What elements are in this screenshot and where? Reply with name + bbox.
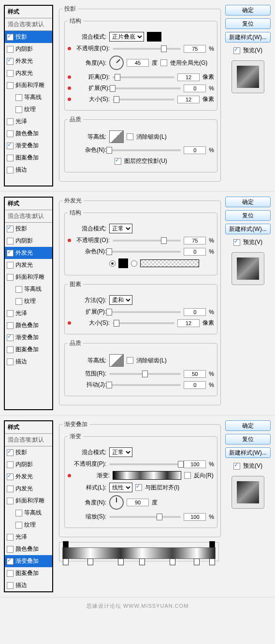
gradient-swatch[interactable] [140, 259, 199, 267]
checkbox-icon[interactable] [7, 461, 14, 468]
spread-input[interactable] [184, 85, 206, 92]
size-slider[interactable] [113, 99, 174, 100]
distance-slider[interactable] [113, 76, 174, 78]
gradient-radio[interactable] [131, 260, 137, 267]
checkbox-icon[interactable] [7, 358, 14, 365]
style-item-gradient-overlay[interactable]: 渐变叠加 [5, 555, 52, 567]
opacity-input[interactable] [184, 460, 206, 468]
style-item-satin[interactable]: 光泽 [5, 115, 52, 128]
style-item-color-overlay[interactable]: 颜色叠加 [5, 128, 52, 140]
blend-mode-select[interactable]: 正片叠底 [109, 32, 144, 42]
opacity-slider[interactable] [113, 48, 181, 50]
checkbox-icon[interactable] [15, 522, 22, 529]
ok-button[interactable]: 确定 [225, 420, 271, 431]
method-select[interactable]: 柔和 [109, 295, 132, 305]
style-item-gradient-overlay[interactable]: 渐变叠加 [5, 140, 52, 152]
noise-slider[interactable] [109, 251, 181, 253]
noise-slider[interactable] [109, 149, 181, 151]
preview-checkbox[interactable] [233, 239, 240, 246]
style-item-color-overlay[interactable]: 颜色叠加 [5, 543, 52, 555]
blend-mode-select[interactable]: 正常 [109, 224, 132, 233]
style-item-contour[interactable]: 等高线 [5, 91, 52, 103]
checkbox-icon[interactable] [7, 473, 14, 480]
style-item-pattern-overlay[interactable]: 图案叠加 [5, 152, 52, 164]
checkbox-icon[interactable] [15, 510, 22, 516]
jitter-slider[interactable] [109, 384, 181, 386]
style-item-texture[interactable]: 纹理 [5, 103, 52, 115]
spread-slider[interactable] [109, 311, 181, 313]
style-item-outer-glow[interactable]: 外发光 [5, 55, 52, 67]
gradient-picker[interactable] [113, 471, 181, 480]
style-select[interactable]: 线性 [109, 483, 132, 492]
style-item-contour[interactable]: 等高线 [5, 507, 52, 519]
opacity-slider[interactable] [113, 240, 181, 242]
style-item-bevel[interactable]: 斜面和浮雕 [5, 79, 52, 91]
contour-picker[interactable] [109, 130, 124, 143]
reset-button[interactable]: 复位 [225, 434, 271, 444]
noise-input[interactable] [184, 146, 206, 154]
checkbox-icon[interactable] [7, 143, 14, 149]
checkbox-icon[interactable] [7, 486, 14, 492]
global-light-checkbox[interactable] [160, 59, 167, 66]
checkbox-icon[interactable] [7, 46, 14, 53]
checkbox-icon[interactable] [7, 155, 14, 161]
style-item-bevel[interactable]: 斜面和浮雕 [5, 495, 52, 507]
antialias-checkbox[interactable] [127, 133, 133, 140]
style-list-subheader[interactable]: 混合选项:默认 [5, 18, 52, 31]
blend-mode-select[interactable]: 正常 [109, 447, 132, 457]
size-input[interactable] [177, 96, 200, 103]
preview-checkbox[interactable] [233, 463, 240, 470]
knockout-checkbox[interactable] [115, 158, 121, 165]
checkbox-icon[interactable] [7, 130, 14, 137]
scale-input[interactable] [184, 513, 206, 521]
checkbox-icon[interactable] [7, 546, 14, 553]
angle-input[interactable] [127, 59, 149, 67]
noise-input[interactable] [184, 248, 206, 256]
style-item-color-overlay[interactable]: 颜色叠加 [5, 319, 52, 331]
style-item-pattern-overlay[interactable]: 图案叠加 [5, 567, 52, 579]
reset-button[interactable]: 复位 [225, 210, 271, 221]
style-item-stroke[interactable]: 描边 [5, 579, 52, 591]
new-style-button[interactable]: 新建样式(W)... [225, 447, 271, 458]
style-item-inner-shadow[interactable]: 内阴影 [5, 235, 52, 247]
style-item-drop-shadow[interactable]: 投影 [5, 446, 52, 458]
color-swatch[interactable] [118, 258, 128, 268]
checkbox-icon[interactable] [7, 58, 14, 65]
style-item-inner-shadow[interactable]: 内阴影 [5, 458, 52, 471]
range-slider[interactable] [109, 373, 181, 375]
style-item-satin[interactable]: 光泽 [5, 531, 52, 543]
align-checkbox[interactable] [135, 484, 142, 491]
opacity-slider[interactable] [109, 463, 181, 465]
style-item-inner-shadow[interactable]: 内阴影 [5, 43, 52, 55]
ok-button[interactable]: 确定 [225, 5, 271, 15]
new-style-button[interactable]: 新建样式(W)... [225, 32, 271, 43]
checkbox-icon[interactable] [7, 82, 14, 89]
spread-slider[interactable] [113, 87, 181, 89]
checkbox-icon[interactable] [7, 34, 14, 41]
checkbox-icon[interactable] [7, 570, 14, 577]
style-item-inner-glow[interactable]: 内发光 [5, 483, 52, 495]
color-stop[interactable] [139, 558, 145, 565]
checkbox-icon[interactable] [15, 298, 22, 305]
checkbox-icon[interactable] [7, 346, 14, 353]
checkbox-icon[interactable] [7, 558, 14, 565]
distance-input[interactable] [177, 73, 200, 81]
style-item-bevel[interactable]: 斜面和浮雕 [5, 271, 52, 283]
checkbox-icon[interactable] [7, 226, 14, 232]
color-stop[interactable] [87, 558, 93, 565]
opacity-stop[interactable] [63, 541, 69, 548]
style-item-stroke[interactable]: 描边 [5, 356, 52, 368]
reverse-checkbox[interactable] [184, 472, 191, 479]
jitter-input[interactable] [184, 381, 206, 389]
color-stop[interactable] [209, 558, 215, 565]
size-slider[interactable] [113, 322, 174, 324]
checkbox-icon[interactable] [7, 534, 14, 541]
color-swatch[interactable] [147, 32, 161, 42]
checkbox-icon[interactable] [15, 94, 22, 101]
antialias-checkbox[interactable] [127, 357, 133, 364]
checkbox-icon[interactable] [7, 334, 14, 341]
checkbox-icon[interactable] [7, 310, 14, 317]
style-item-texture[interactable]: 纹理 [5, 295, 52, 307]
checkbox-icon[interactable] [15, 106, 22, 113]
contour-picker[interactable] [109, 354, 124, 367]
